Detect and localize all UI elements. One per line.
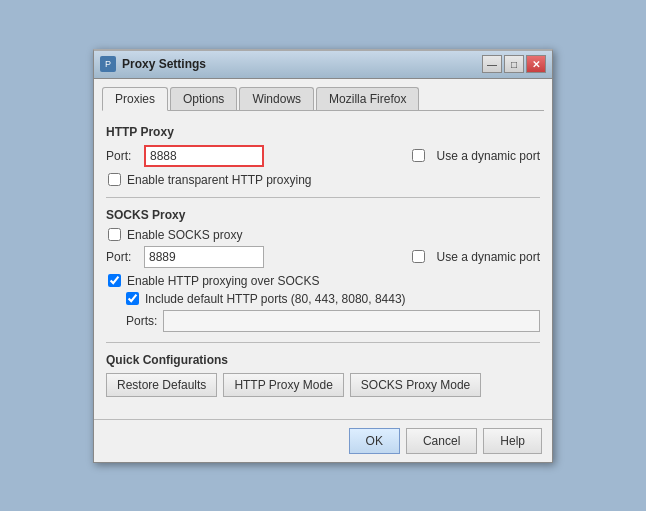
http-proxy-mode-button[interactable]: HTTP Proxy Mode [223,373,343,397]
socks-port-row: Port: Use a dynamic port [106,246,540,268]
close-button[interactable]: ✕ [526,55,546,73]
window-title: Proxy Settings [122,57,206,71]
socks-port-label: Port: [106,250,136,264]
tab-windows[interactable]: Windows [239,87,314,110]
enable-socks-row: Enable SOCKS proxy [106,228,540,242]
extra-ports-row: Ports: [106,310,540,332]
title-bar-left: P Proxy Settings [100,56,206,72]
enable-socks-checkbox[interactable] [108,228,121,241]
quick-config-section: Quick Configurations Restore Defaults HT… [106,353,540,397]
socks-proxy-section-title: SOCKS Proxy [106,208,540,222]
transparent-http-checkbox[interactable] [108,173,121,186]
default-ports-label: Include default HTTP ports (80, 443, 808… [145,292,406,306]
http-over-socks-label: Enable HTTP proxying over SOCKS [127,274,320,288]
transparent-http-label: Enable transparent HTTP proxying [127,173,312,187]
window-footer: OK Cancel Help [94,419,552,462]
tab-content-proxies: HTTP Proxy Port: Use a dynamic port Enab… [102,119,544,403]
http-port-row: Port: Use a dynamic port [106,145,540,167]
tab-mozilla-firefox[interactable]: Mozilla Firefox [316,87,419,110]
tab-bar: Proxies Options Windows Mozilla Firefox [102,87,544,111]
http-dynamic-port-checkbox[interactable] [412,149,425,162]
proxy-settings-window: P Proxy Settings — □ ✕ Proxies Options W… [93,49,553,463]
http-port-input[interactable] [144,145,264,167]
http-over-socks-row: Enable HTTP proxying over SOCKS [106,274,540,288]
default-ports-row: Include default HTTP ports (80, 443, 808… [106,292,540,306]
socks-port-input[interactable] [144,246,264,268]
cancel-button[interactable]: Cancel [406,428,477,454]
tab-options[interactable]: Options [170,87,237,110]
enable-socks-label: Enable SOCKS proxy [127,228,242,242]
divider-2 [106,342,540,343]
divider-1 [106,197,540,198]
tab-proxies[interactable]: Proxies [102,87,168,111]
socks-dynamic-port-checkbox[interactable] [412,250,425,263]
default-ports-checkbox[interactable] [126,292,139,305]
title-buttons: — □ ✕ [482,55,546,73]
title-bar: P Proxy Settings — □ ✕ [94,51,552,79]
socks-proxy-mode-button[interactable]: SOCKS Proxy Mode [350,373,481,397]
http-port-label: Port: [106,149,136,163]
http-proxy-section-title: HTTP Proxy [106,125,540,139]
quick-config-title: Quick Configurations [106,353,540,367]
http-dynamic-port-label: Use a dynamic port [437,149,540,163]
restore-defaults-button[interactable]: Restore Defaults [106,373,217,397]
window-icon: P [100,56,116,72]
window-body: Proxies Options Windows Mozilla Firefox … [94,79,552,411]
extra-ports-input[interactable] [163,310,540,332]
extra-ports-label: Ports: [126,314,157,328]
http-over-socks-checkbox[interactable] [108,274,121,287]
socks-dynamic-port-label: Use a dynamic port [437,250,540,264]
maximize-button[interactable]: □ [504,55,524,73]
transparent-http-row: Enable transparent HTTP proxying [106,173,540,187]
minimize-button[interactable]: — [482,55,502,73]
ok-button[interactable]: OK [349,428,400,454]
quick-config-buttons: Restore Defaults HTTP Proxy Mode SOCKS P… [106,373,540,397]
help-button[interactable]: Help [483,428,542,454]
